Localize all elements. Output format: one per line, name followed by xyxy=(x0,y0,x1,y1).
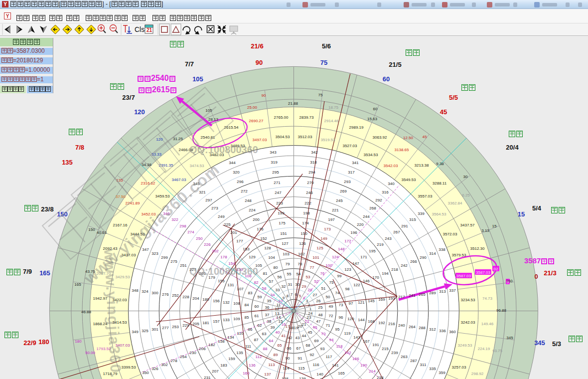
svg-text:341: 341 xyxy=(352,161,359,165)
svg-text:347: 347 xyxy=(142,247,149,252)
svg-text:342: 342 xyxy=(311,150,318,155)
svg-text:229: 229 xyxy=(182,323,189,328)
svg-text:5/5: 5/5 xyxy=(449,94,458,101)
svg-text:224.19: 224.19 xyxy=(478,347,490,351)
svg-text:2690.27: 2690.27 xyxy=(249,119,264,123)
svg-text:15: 15 xyxy=(518,210,525,218)
svg-text:44: 44 xyxy=(302,334,306,338)
svg-text:343: 343 xyxy=(270,150,277,155)
svg-text:74.73: 74.73 xyxy=(482,296,493,301)
svg-text:166: 166 xyxy=(352,357,359,361)
svg-text:231: 231 xyxy=(204,376,211,379)
svg-text:152: 152 xyxy=(260,236,267,241)
svg-text:2989.19: 2989.19 xyxy=(349,125,364,130)
svg-text:287: 287 xyxy=(410,359,417,363)
svg-text:3497.03: 3497.03 xyxy=(253,138,267,142)
svg-text:221: 221 xyxy=(332,208,339,212)
svg-text:80: 80 xyxy=(274,265,278,270)
svg-text:7/8: 7/8 xyxy=(75,144,84,151)
svg-text:275: 275 xyxy=(170,259,177,264)
svg-text:196: 196 xyxy=(350,230,357,235)
svg-text:141: 141 xyxy=(332,363,339,368)
svg-text:219: 219 xyxy=(377,242,384,247)
svg-text:3587.03: 3587.03 xyxy=(456,274,471,278)
svg-text:74: 74 xyxy=(335,291,340,295)
svg-text:83: 83 xyxy=(248,291,253,295)
svg-text:51: 51 xyxy=(321,286,326,291)
svg-text:114: 114 xyxy=(283,366,290,371)
svg-text:49: 49 xyxy=(329,304,333,309)
svg-text:119: 119 xyxy=(344,331,351,336)
svg-text:151: 151 xyxy=(280,231,287,236)
svg-text:52: 52 xyxy=(314,279,319,284)
svg-text:272: 272 xyxy=(241,189,248,193)
svg-text:320: 320 xyxy=(233,170,240,175)
svg-text:84: 84 xyxy=(245,303,249,307)
svg-text:69: 69 xyxy=(314,339,319,343)
svg-text:18.75: 18.75 xyxy=(328,105,339,110)
svg-text:88: 88 xyxy=(263,347,268,351)
svg-text:359: 359 xyxy=(439,371,445,375)
svg-text:180: 180 xyxy=(38,338,49,346)
svg-text:35: 35 xyxy=(267,299,272,303)
svg-text:154: 154 xyxy=(228,261,235,266)
svg-text:270: 270 xyxy=(307,181,314,185)
svg-text:264: 264 xyxy=(409,325,416,329)
svg-text:45: 45 xyxy=(423,135,427,139)
svg-text:21: 21 xyxy=(147,27,152,33)
svg-text:266: 266 xyxy=(410,259,417,264)
svg-text:66: 66 xyxy=(287,346,292,351)
svg-text:194: 194 xyxy=(382,271,389,276)
svg-text:228: 228 xyxy=(182,295,189,299)
svg-text:253: 253 xyxy=(172,325,179,329)
svg-text:3534.53: 3534.53 xyxy=(364,153,378,157)
svg-text:34: 34 xyxy=(271,293,275,297)
svg-text:38: 38 xyxy=(267,319,272,324)
svg-text:265: 265 xyxy=(419,292,426,297)
svg-text:291: 291 xyxy=(401,224,408,228)
svg-text:3063.92: 3063.92 xyxy=(373,135,387,140)
svg-text:112: 112 xyxy=(256,355,262,359)
svg-text:337: 337 xyxy=(449,288,456,293)
svg-text:202: 202 xyxy=(212,249,219,253)
svg-text:126: 126 xyxy=(299,241,306,246)
svg-text:86: 86 xyxy=(248,327,253,332)
svg-text:111: 111 xyxy=(245,344,252,349)
svg-text:350: 350 xyxy=(142,371,149,375)
svg-text:7: 7 xyxy=(291,292,293,297)
svg-text:145: 145 xyxy=(368,299,375,303)
svg-text:61: 61 xyxy=(255,314,259,318)
svg-text:242: 242 xyxy=(401,263,408,268)
svg-text:148: 148 xyxy=(338,247,345,251)
svg-text:89: 89 xyxy=(274,353,278,357)
svg-text:02: 02 xyxy=(494,267,498,271)
svg-text:54: 54 xyxy=(296,272,301,276)
svg-text:132: 132 xyxy=(223,300,230,305)
svg-text:271: 271 xyxy=(274,181,281,185)
svg-text:3249.53: 3249.53 xyxy=(458,343,472,348)
svg-text:239: 239 xyxy=(391,351,398,355)
svg-text:90: 90 xyxy=(286,356,290,361)
svg-text:98: 98 xyxy=(345,287,350,291)
svg-text:325: 325 xyxy=(142,329,148,333)
svg-text:26: 26 xyxy=(316,299,321,303)
svg-text:220: 220 xyxy=(357,222,364,227)
svg-text:225: 225 xyxy=(224,222,231,227)
svg-text:156: 156 xyxy=(213,299,220,303)
svg-text:149.46: 149.46 xyxy=(481,322,494,326)
svg-text:120: 120 xyxy=(347,317,354,321)
svg-text:12: 12 xyxy=(275,307,280,311)
svg-text:143: 143 xyxy=(353,335,360,340)
svg-text:30: 30 xyxy=(295,282,300,287)
svg-text:2839.73: 2839.73 xyxy=(299,115,314,120)
svg-text:144: 144 xyxy=(358,318,365,322)
svg-text:121: 121 xyxy=(358,300,365,305)
svg-text:20/4: 20/4 xyxy=(506,144,519,151)
svg-text:87: 87 xyxy=(254,338,259,342)
svg-text:135: 135 xyxy=(236,351,243,355)
svg-text:57: 57 xyxy=(269,279,274,284)
svg-text:134: 134 xyxy=(227,335,234,340)
svg-text:241: 241 xyxy=(409,293,416,298)
svg-text:56: 56 xyxy=(278,275,282,279)
svg-text:85: 85 xyxy=(245,315,249,320)
